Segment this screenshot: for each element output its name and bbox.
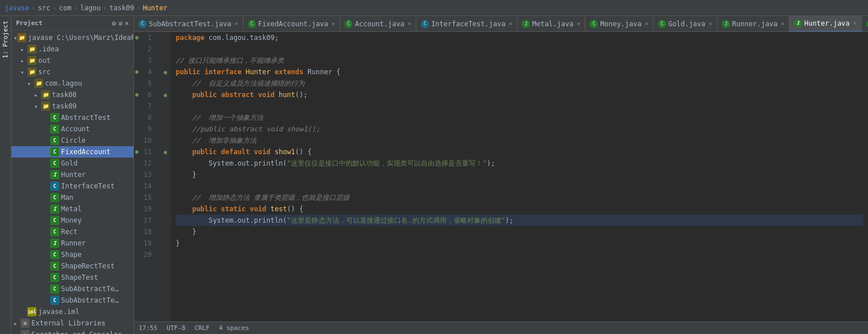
gutter-16 bbox=[160, 203, 171, 215]
tree-item-AbstractTest[interactable]: C AbstractTest bbox=[11, 112, 133, 123]
icon-scratches: ✎ bbox=[21, 330, 30, 334]
tree-item-Shape[interactable]: C Shape bbox=[11, 249, 133, 260]
tree-label-Shape: Shape bbox=[61, 251, 82, 259]
tab-Runner[interactable]: I Runner.java × bbox=[717, 16, 790, 32]
arrow-out: ▸ bbox=[21, 58, 27, 64]
gutter-15 bbox=[160, 192, 171, 203]
tree-item-idea[interactable]: ▸ 📁 .idea bbox=[11, 43, 133, 55]
panel-title: Project bbox=[16, 19, 42, 27]
gutter-8 bbox=[160, 112, 171, 123]
line-num-12: 12 bbox=[134, 158, 155, 169]
tree-item-scratches[interactable]: ▸ ✎ Scratches and Consoles bbox=[11, 329, 133, 334]
tab-close-Runner[interactable]: × bbox=[781, 21, 784, 27]
panel-icons: ⚙ ≡ × bbox=[112, 19, 129, 27]
tree-item-ShapeTest[interactable]: C ShapeTest bbox=[11, 272, 133, 283]
tree-item-Man[interactable]: C Man bbox=[11, 192, 133, 203]
tree-item-Account[interactable]: C Account bbox=[11, 123, 133, 135]
line-num-1: 1 bbox=[134, 32, 155, 43]
tree-item-FixedAccount[interactable]: C FixedAccount bbox=[11, 146, 133, 158]
tab-FixedAccount[interactable]: C FixedAccount.java × bbox=[244, 16, 340, 32]
tab-Gold[interactable]: C Gold.java × bbox=[654, 16, 717, 32]
tree-item-Money[interactable]: C Money bbox=[11, 215, 133, 226]
tab-icon-InterfaceTest: C bbox=[421, 20, 429, 28]
tab-close-FixedAccount[interactable]: × bbox=[331, 21, 335, 27]
tree-label-Runner: Runner bbox=[61, 239, 86, 247]
tree-item-src[interactable]: ▾ 📁 src bbox=[11, 66, 133, 78]
tree-item-Rect[interactable]: C Rect bbox=[11, 226, 133, 238]
icon-Metal: I bbox=[50, 204, 59, 214]
tree-item-task08[interactable]: ▸ 📁 task08 bbox=[11, 89, 133, 100]
breadcrumb-lagou[interactable]: lagou bbox=[80, 4, 100, 12]
breadcrumb-javase[interactable]: javase bbox=[5, 4, 29, 12]
token-comment-10: // 增加非抽象方法 bbox=[176, 135, 257, 146]
tree-label-external: External Libraries bbox=[31, 319, 106, 327]
breadcrumb-task09[interactable]: task09 bbox=[109, 4, 134, 12]
arrow-src: ▾ bbox=[21, 69, 27, 75]
panel-icon-close[interactable]: × bbox=[125, 19, 129, 27]
tab-close-SubAbstractTest[interactable]: × bbox=[235, 21, 238, 27]
tree-label-AbstractTest: AbstractTest bbox=[61, 114, 111, 122]
tab-InterfaceTest[interactable]: C InterfaceTest.java × bbox=[416, 16, 517, 32]
tree-item-Runner[interactable]: I Runner bbox=[11, 238, 133, 249]
tab-icon-Hunter: I bbox=[794, 19, 802, 27]
tab-close-Hunter[interactable]: × bbox=[853, 20, 857, 26]
tree-item-Circle[interactable]: C Circle bbox=[11, 135, 133, 146]
breadcrumb-com[interactable]: com bbox=[59, 4, 72, 12]
tree-label-SubAbstractTe2: SubAbstractTe… bbox=[61, 296, 119, 304]
tab-close-Money[interactable]: × bbox=[645, 21, 648, 27]
vtab-project[interactable]: 1: Project bbox=[1, 18, 10, 61]
breadcrumb-src[interactable]: src bbox=[38, 4, 51, 12]
tree-item-SubAbstractTe1[interactable]: C SubAbstractTe… bbox=[11, 283, 133, 295]
editor-content[interactable]: 1 2 3 4 5 6 7 8 9 10 11 12 13 14 15 16 1… bbox=[134, 32, 868, 321]
tab-Hunter[interactable]: I Hunter.java × bbox=[789, 16, 862, 32]
tab-close-InterfaceTest[interactable]: × bbox=[509, 21, 512, 27]
tab-SubAbstractTest[interactable]: C SubAbstractTest.java × bbox=[134, 16, 244, 32]
gutter: ● ● ● bbox=[160, 32, 171, 321]
tab-close-Account[interactable]: × bbox=[408, 21, 411, 27]
gutter-20 bbox=[160, 249, 171, 260]
tree-item-external[interactable]: ▸ ⊞ External Libraries bbox=[11, 317, 133, 329]
tree-item-comlagou[interactable]: ▾ 📁 com.lagou bbox=[11, 78, 133, 89]
tab-Money[interactable]: C Money.java × bbox=[585, 16, 653, 32]
token-comment-5: // 自定义成员方法描述捕猎的行为 bbox=[176, 78, 305, 89]
tree-item-ShapeRectTest[interactable]: C ShapeRectTest bbox=[11, 260, 133, 272]
code-line-8: // 增加一个抽象方法 bbox=[176, 112, 863, 123]
tab-Account[interactable]: C Account.java × bbox=[340, 16, 416, 32]
tab-Man[interactable]: C Man.java × bbox=[862, 16, 868, 32]
folder-icon-out: 📁 bbox=[27, 56, 36, 65]
panel-icon-collapse[interactable]: ≡ bbox=[119, 19, 123, 27]
icon-iml: iml bbox=[27, 307, 36, 316]
tab-label-Money: Money.java bbox=[600, 20, 641, 28]
status-indent: 4 spaces bbox=[219, 324, 249, 332]
breadcrumb-hunter[interactable]: Hunter bbox=[143, 4, 167, 12]
line-num-19: 19 bbox=[134, 238, 155, 249]
tree-item-javase-iml[interactable]: iml javase.iml bbox=[11, 306, 133, 317]
tree-item-Gold[interactable]: C Gold bbox=[11, 158, 133, 169]
tree-item-javase[interactable]: ▾ 📁 javase C:\Users\Marz\IdeaP bbox=[11, 32, 133, 43]
tab-icon-Money: C bbox=[590, 20, 598, 28]
tree-item-InterfaceTest[interactable]: C InterfaceTest bbox=[11, 180, 133, 192]
line-num-4: 4 bbox=[134, 66, 155, 78]
line-num-10: 10 bbox=[134, 135, 155, 146]
line-num-8: 8 bbox=[134, 112, 155, 123]
code-line-4: public interface Hunter extends Runner { bbox=[176, 66, 863, 78]
code-line-14 bbox=[176, 180, 863, 192]
icon-ShapeRectTest: C bbox=[50, 261, 59, 271]
arrow-task08: ▸ bbox=[34, 92, 41, 98]
code-editor[interactable]: package com.lagou.task09; // 接口只能继承接口，不能… bbox=[171, 32, 868, 321]
gutter-18 bbox=[160, 226, 171, 238]
tree-item-Hunter[interactable]: I Hunter bbox=[11, 169, 133, 180]
panel-icon-settings[interactable]: ⚙ bbox=[112, 19, 116, 27]
icon-Rect: C bbox=[50, 227, 59, 236]
tab-Metal[interactable]: I Metal.java × bbox=[517, 16, 585, 32]
tab-close-Metal[interactable]: × bbox=[577, 21, 580, 27]
tab-close-Gold[interactable]: × bbox=[709, 21, 712, 27]
tab-label-Hunter: Hunter.java bbox=[804, 19, 849, 27]
tree-item-out[interactable]: ▸ 📁 out bbox=[11, 55, 133, 66]
line-num-18: 18 bbox=[134, 226, 155, 238]
tree-label-out: out bbox=[38, 57, 51, 65]
line-num-7: 7 bbox=[134, 100, 155, 112]
tree-item-task09[interactable]: ▾ 📁 task09 bbox=[11, 100, 133, 112]
tree-item-Metal[interactable]: I Metal bbox=[11, 203, 133, 215]
tree-item-SubAbstractTe2[interactable]: C SubAbstractTe… bbox=[11, 295, 133, 306]
